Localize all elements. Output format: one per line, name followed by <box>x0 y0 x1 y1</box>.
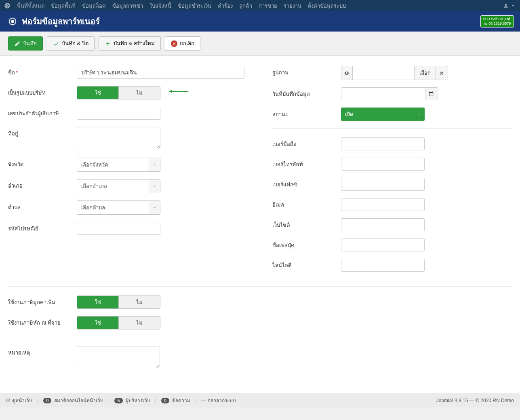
wht-no[interactable]: ไม่ <box>118 317 160 329</box>
vat-no[interactable]: ไม่ <box>118 296 160 308</box>
save-button[interactable]: บันทึก <box>8 36 43 51</box>
nav-sales[interactable]: การขาย <box>255 2 280 10</box>
right-column: รูปภาพ เลือก วันที่บันทึกข้อมูล <box>272 66 512 279</box>
fax-input[interactable] <box>341 178 425 191</box>
date-picker <box>341 87 438 100</box>
nav-settings[interactable]: ตั้งค่าข้อมูลระบบ <box>305 2 349 10</box>
nav-area-data[interactable]: ข้อมูลพื้นที่ <box>48 2 79 10</box>
province-select[interactable]: เลือกจังหวัด <box>77 158 160 172</box>
external-link-icon <box>6 398 11 403</box>
vat-switch[interactable]: ใช่ ไม่ <box>77 295 160 309</box>
wht-label: ใช้งานภาษีหัก ณ ที่จ่าย <box>8 316 77 327</box>
eye-icon[interactable] <box>341 66 353 80</box>
form-content: ชื่อ* เป็นรูปแบบบริษัท ใช่ ไม่ เลขประจำต… <box>0 56 520 393</box>
district-select[interactable]: เลือกอำเภอ <box>77 179 160 193</box>
address-label: ที่อยู่ <box>8 127 77 138</box>
image-label: รูปภาพ <box>272 66 341 77</box>
messages-link[interactable]: 0ข้อความ <box>161 397 190 404</box>
line-label: ไลน์ไอดี <box>272 259 341 270</box>
nav-requests[interactable]: คำร้อง <box>215 2 236 10</box>
wht-yes[interactable]: ใช่ <box>77 317 118 329</box>
pencil-icon <box>14 40 21 47</box>
radio-target-icon <box>8 17 17 26</box>
nav-lock-data[interactable]: ข้อมูลล็อค <box>79 2 109 10</box>
mobile-label: เบอร์มือถือ <box>272 137 341 148</box>
plus-icon <box>105 40 111 47</box>
is-company-label: เป็นรูปแบบบริษัท <box>8 86 77 97</box>
facebook-label: ชื่อเฟสบุ๊ค <box>272 238 341 249</box>
email-input[interactable] <box>341 198 425 211</box>
image-picker: เลือก <box>341 66 448 80</box>
nav-area-all[interactable]: พื้นที่ทั้งหมด <box>14 2 48 10</box>
caret-down-icon <box>510 3 516 8</box>
caret-down-icon <box>149 201 160 214</box>
nav-reports[interactable]: รายงาน <box>280 2 305 10</box>
note-input[interactable] <box>77 346 160 368</box>
top-nav: พื้นที่ทั้งหมด ข้อมูลพื้นที่ ข้อมูลล็อค … <box>0 0 520 11</box>
vat-label: ใช้งานภาษีมูลค่าเพิ่ม <box>8 295 77 306</box>
facebook-input[interactable] <box>341 238 425 251</box>
nav-payments[interactable]: ข้อมูลชำระเงิน <box>175 2 215 10</box>
toolbar: บันทึก บันทึก & ปิด บันทึก & สร้างใหม่ ย… <box>0 32 520 56</box>
name-label: ชื่อ* <box>8 66 77 77</box>
divider <box>8 286 512 287</box>
x-circle-icon <box>171 40 177 47</box>
page-header: ฟอร์มข้อมูลพาร์ทเนอร์ M.D.Soft Co.,Ltd. … <box>0 11 520 32</box>
wht-switch[interactable]: ใช่ ไม่ <box>77 316 160 329</box>
is-company-no[interactable]: ไม่ <box>118 87 160 99</box>
cancel-button[interactable]: ยกเลิก <box>165 36 200 51</box>
page-title: ฟอร์มข้อมูลพาร์ทเนอร์ <box>22 15 100 28</box>
tax-id-input[interactable] <box>77 107 160 120</box>
mobile-input[interactable] <box>341 137 425 150</box>
save-new-button[interactable]: บันทึก & สร้างใหม่ <box>99 36 161 51</box>
calendar-button[interactable] <box>425 88 437 100</box>
subdistrict-select[interactable]: เลือกตำบล <box>77 201 160 215</box>
user-icon <box>503 3 509 8</box>
caret-down-icon <box>149 179 160 193</box>
nav-rental-data[interactable]: ข้อมูลการเช่า <box>109 2 146 10</box>
date-input[interactable] <box>341 88 425 100</box>
vat-yes[interactable]: ใช่ <box>77 296 118 308</box>
nav-invoices[interactable]: ใบแจ้งหนี้ <box>146 2 175 10</box>
image-path-input[interactable] <box>353 66 414 80</box>
visitors-link[interactable]: 0สมาชิกออนไลน์หน้าเว็บ <box>43 397 103 404</box>
province-label: จังหวัด <box>8 158 77 169</box>
version-copyright: Joomla! 3.9.15 — © 2020 RN Demo <box>436 398 514 403</box>
postcode-label: รหัสไปรษณีย์ <box>8 222 77 233</box>
nav-customers[interactable]: ลูกค้า <box>236 2 255 10</box>
image-clear-button[interactable] <box>436 66 448 80</box>
left-column: ชื่อ* เป็นรูปแบบบริษัท ใช่ ไม่ เลขประจำต… <box>8 66 248 279</box>
is-company-switch[interactable]: ใช่ ไม่ <box>77 86 160 99</box>
address-input[interactable] <box>77 127 160 149</box>
district-label: อำเภอ <box>8 179 77 190</box>
svg-point-1 <box>11 20 14 23</box>
caret-down-icon <box>149 158 160 171</box>
website-input[interactable] <box>341 218 425 231</box>
save-close-button[interactable]: บันทึก & ปิด <box>47 36 95 51</box>
fax-label: เบอร์แฟกซ์ <box>272 178 341 189</box>
admins-link[interactable]: 5ผู้บริหารเว็บ <box>114 397 150 404</box>
svg-marker-3 <box>169 90 172 93</box>
joomla-logo-icon <box>4 2 11 9</box>
is-company-yes[interactable]: ใช่ <box>77 87 118 99</box>
check-icon <box>53 40 59 47</box>
status-dropdown[interactable]: เปิด <box>341 108 425 121</box>
footer: ดูหน้าเว็บ | 0สมาชิกออนไลน์หน้าเว็บ | 5ผ… <box>0 393 520 407</box>
calendar-icon <box>428 91 434 97</box>
preview-site-link[interactable]: ดูหน้าเว็บ <box>6 397 32 404</box>
phone-input[interactable] <box>341 158 425 171</box>
caret-down-icon <box>413 108 425 121</box>
logout-link[interactable]: — ออกจากระบบ <box>201 397 236 404</box>
subdistrict-label: ตำบล <box>8 201 77 211</box>
name-input[interactable] <box>77 66 244 79</box>
image-choose-button[interactable]: เลือก <box>414 66 436 80</box>
user-menu[interactable] <box>503 3 516 8</box>
arrow-hint-icon <box>165 89 189 95</box>
record-date-label: วันที่บันทึกข้อมูล <box>272 87 341 98</box>
phone-label: เบอร์โทรศัพท์ <box>272 158 341 169</box>
status-label: สถานะ <box>272 108 341 118</box>
brand-badge: M.D.Soft Co.,Ltd. ℡ 08.1619.8579 <box>480 15 514 27</box>
postcode-input[interactable] <box>77 222 160 235</box>
brand-phone: ℡ 08.1619.8579 <box>483 21 511 26</box>
line-input[interactable] <box>341 259 425 272</box>
